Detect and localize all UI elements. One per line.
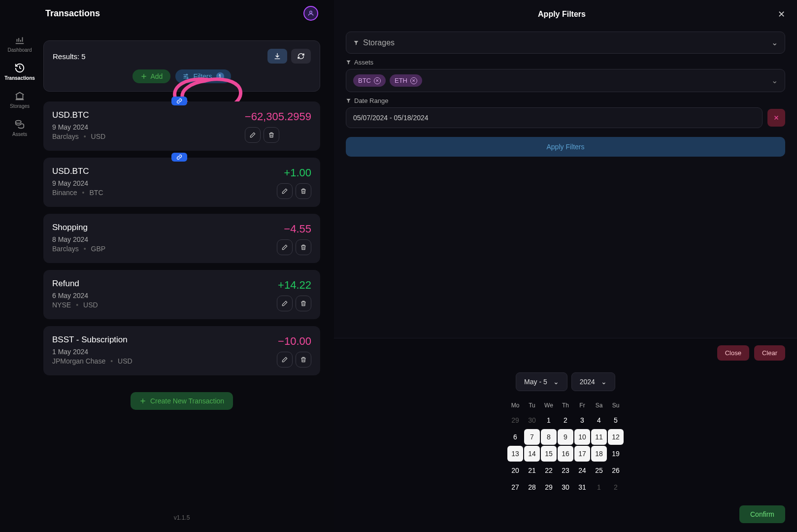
plus-icon: [140, 73, 147, 80]
calendar-day[interactable]: 31: [574, 479, 590, 495]
filter-count-badge: 1: [216, 72, 224, 80]
refresh-button[interactable]: [291, 49, 311, 64]
tx-date: 9 May 2024: [52, 179, 103, 187]
refresh-icon: [297, 52, 305, 60]
calendar-clear-button[interactable]: Clear: [754, 345, 785, 361]
delete-button[interactable]: [296, 296, 311, 311]
calendar-day[interactable]: 26: [608, 463, 624, 478]
calendar-day[interactable]: 2: [608, 479, 624, 495]
plus-icon: [139, 398, 146, 404]
calendar-dayname: Su: [607, 399, 624, 412]
edit-button[interactable]: [277, 296, 293, 311]
calendar-day[interactable]: 30: [524, 412, 540, 428]
calendar-day[interactable]: 5: [608, 412, 624, 428]
filters-label: Filters: [193, 72, 212, 80]
calendar-day[interactable]: 23: [558, 463, 573, 478]
delete-button[interactable]: [296, 352, 311, 367]
calendar-day[interactable]: 15: [541, 446, 557, 462]
filters-button[interactable]: Filters 1: [175, 69, 231, 83]
calendar-day[interactable]: 17: [574, 446, 590, 462]
calendar-day[interactable]: 6: [507, 429, 523, 445]
transaction-card[interactable]: USD.BTC 9 May 2024 Barclays•USD −62,305.…: [43, 101, 320, 151]
assets-label: Assets: [346, 59, 785, 66]
calendar-day[interactable]: 28: [524, 479, 540, 495]
chip-remove[interactable]: ✕: [410, 77, 417, 84]
chevron-down-icon: ⌄: [601, 378, 607, 386]
calendar-day[interactable]: 22: [541, 463, 557, 478]
calendar-day[interactable]: 14: [524, 446, 540, 462]
tx-meta: JPMorgan Chase•USD: [52, 357, 133, 365]
coins-icon: [14, 119, 25, 130]
calendar-close-button[interactable]: Close: [717, 345, 749, 361]
transaction-card[interactable]: USD.BTC 9 May 2024 Binance•BTC +1.00: [43, 158, 320, 207]
apply-filters-button[interactable]: Apply Filters: [346, 137, 785, 157]
calendar-dayname: Sa: [591, 399, 607, 412]
close-panel-button[interactable]: ✕: [778, 9, 785, 20]
edit-button[interactable]: [277, 352, 293, 367]
nav-storages[interactable]: Storages: [10, 91, 30, 109]
nav-transactions[interactable]: Transactions: [4, 63, 35, 81]
avatar-button[interactable]: [303, 6, 318, 21]
download-button[interactable]: [267, 49, 287, 64]
daterange-input[interactable]: 05/07/2024 - 05/18/2024: [346, 107, 763, 128]
edit-button[interactable]: [277, 239, 293, 255]
panel-title: Apply Filters: [346, 10, 778, 19]
tx-title: Shopping: [52, 223, 105, 233]
calendar-day[interactable]: 20: [507, 463, 523, 478]
filter-icon: [346, 98, 351, 103]
chevron-down-icon: ⌄: [771, 76, 778, 85]
calendar-day[interactable]: 4: [591, 412, 607, 428]
add-button[interactable]: Add: [133, 69, 170, 83]
year-select[interactable]: 2024 ⌄: [571, 372, 615, 391]
calendar-day[interactable]: 1: [591, 479, 607, 495]
calendar-day[interactable]: 11: [591, 429, 607, 445]
nav-label: Assets: [12, 132, 27, 137]
transaction-card[interactable]: BSST - Subscription 1 May 2024 JPMorgan …: [43, 326, 320, 375]
delete-button[interactable]: [296, 239, 311, 255]
calendar-day[interactable]: 18: [591, 446, 607, 462]
calendar-day[interactable]: 10: [574, 429, 590, 445]
calendar-day[interactable]: 19: [608, 446, 624, 462]
calendar-day[interactable]: 27: [507, 479, 523, 495]
calendar-day[interactable]: 24: [574, 463, 590, 478]
calendar-panel: Close Clear May - 5 ⌄ 2024 ⌄ MoTuWeThFrS…: [334, 338, 797, 532]
assets-dropdown[interactable]: BTC✕ETH✕ ⌄: [346, 69, 785, 92]
tx-meta: Barclays•GBP: [52, 245, 105, 253]
storages-dropdown[interactable]: Storages ⌄: [346, 32, 785, 54]
nav-dashboard[interactable]: Dashboard: [8, 34, 32, 53]
calendar-day[interactable]: 12: [608, 429, 624, 445]
chip-remove[interactable]: ✕: [374, 77, 381, 84]
delete-button[interactable]: [264, 127, 279, 143]
create-transaction-button[interactable]: Create New Transaction: [131, 392, 233, 410]
month-select[interactable]: May - 5 ⌄: [516, 372, 567, 391]
tx-date: 9 May 2024: [52, 123, 105, 131]
delete-button[interactable]: [296, 183, 311, 199]
calendar-day[interactable]: 30: [558, 479, 573, 495]
calendar-day[interactable]: 29: [541, 479, 557, 495]
calendar-day[interactable]: 9: [558, 429, 573, 445]
calendar-day[interactable]: 1: [541, 412, 557, 428]
link-badge: [171, 97, 187, 105]
calendar-day[interactable]: 16: [558, 446, 573, 462]
calendar-confirm-button[interactable]: Confirm: [739, 505, 785, 523]
calendar-day[interactable]: 13: [507, 446, 523, 462]
tx-date: 8 May 2024: [52, 235, 105, 243]
calendar-grid: MoTuWeThFrSaSu29301234567891011121314151…: [346, 399, 785, 496]
calendar-day[interactable]: 8: [541, 429, 557, 445]
tx-amount: −4.55: [277, 223, 311, 235]
tx-meta: Binance•BTC: [52, 189, 103, 197]
calendar-day[interactable]: 25: [591, 463, 607, 478]
nav-assets[interactable]: Assets: [12, 119, 27, 137]
results-count: Results: 5: [53, 52, 86, 61]
calendar-day[interactable]: 2: [558, 412, 573, 428]
calendar-day[interactable]: 21: [524, 463, 540, 478]
svg-point-1: [310, 11, 312, 13]
edit-button[interactable]: [245, 127, 261, 143]
transaction-card[interactable]: Refund 6 May 2024 NYSE•USD +14.22: [43, 270, 320, 319]
calendar-day[interactable]: 3: [574, 412, 590, 428]
edit-button[interactable]: [277, 183, 293, 199]
calendar-day[interactable]: 7: [524, 429, 540, 445]
clear-date-button[interactable]: [767, 109, 785, 127]
transaction-card[interactable]: Shopping 8 May 2024 Barclays•GBP −4.55: [43, 214, 320, 263]
calendar-day[interactable]: 29: [507, 412, 523, 428]
